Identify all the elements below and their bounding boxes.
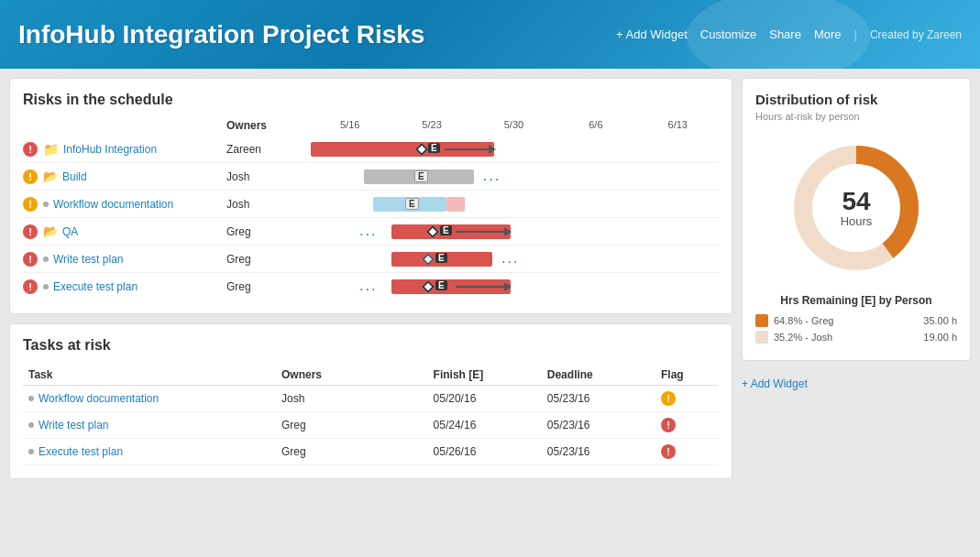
task-name-workflow-doc: Workflow documentation (23, 386, 276, 412)
gantt-bar-execute-test: ··· E (309, 278, 719, 296)
bar-qa-arrow (456, 231, 506, 233)
legend-item-josh: 35.2% - Josh 19.00 h (755, 331, 957, 344)
page-title: InfoHub Integration Project Risks (18, 20, 424, 49)
risk-icon-qa: ! (23, 224, 38, 239)
customize-button[interactable]: Customize (700, 27, 756, 41)
task-flag-3: ! (655, 439, 719, 465)
execute-test-plan-link[interactable]: Execute test plan (53, 280, 138, 293)
gantt-owner-execute-test: Greg (226, 280, 309, 293)
gantt-owner-infohub: Zareen (226, 143, 309, 156)
execute-test-plan-task-link[interactable]: Execute test plan (39, 445, 123, 458)
created-by-label: Created by Zareen (870, 28, 962, 41)
gantt-task-name-build: 📂 Build (43, 169, 226, 183)
tasks-table: Task Owners Finish [E] Deadline Flag Wor… (23, 365, 719, 465)
gantt-name-header (43, 119, 226, 132)
tasks-table-header: Task Owners Finish [E] Deadline Flag (23, 365, 719, 386)
bar-build-dots: ··· (483, 171, 501, 188)
folder-icon-infohub: 📁 (43, 142, 59, 157)
task-owner-2: Greg (276, 412, 428, 439)
bar-execute-test-arrow (456, 286, 506, 288)
legend-label-josh: 35.2% - Josh (774, 332, 832, 343)
gantt-bar-workflow: E (309, 195, 719, 213)
gantt-bar-write-test: E ··· (309, 250, 719, 268)
task-owner-3: Greg (276, 439, 428, 465)
gantt-row-infohub: ! 📁 InfoHub Integration Zareen E (23, 136, 719, 163)
subtask-dot-write-test (43, 257, 49, 262)
bar-write-test-label: E (435, 253, 447, 263)
legend-value-greg: 35.00 h (923, 315, 957, 326)
share-button[interactable]: Share (769, 27, 801, 41)
gantt-task-name-infohub: 📁 InfoHub Integration (43, 142, 226, 157)
page-header: InfoHub Integration Project Risks + Add … (0, 0, 980, 69)
qa-link[interactable]: QA (62, 225, 78, 238)
dist-subtitle: Hours at-risk by person (755, 111, 957, 122)
risk-icon-write-test: ! (23, 252, 38, 267)
risk-icon-execute-test: ! (23, 279, 38, 294)
legend-title: Hrs Remaining [E] by Person (755, 294, 957, 307)
workflow-doc-link[interactable]: Workflow documentation (53, 198, 173, 211)
donut-center: 54 Hours (841, 189, 873, 228)
donut-unit: Hours (841, 214, 873, 228)
risk-icon-build: ! (23, 169, 38, 184)
col-deadline: Deadline (542, 365, 655, 386)
write-test-plan-task-link[interactable]: Write test plan (39, 419, 108, 431)
folder-icon-qa: 📂 (43, 224, 58, 238)
bar-infohub-arrow (445, 148, 490, 150)
gantt-row-build: ! 📂 Build Josh E ··· (23, 163, 719, 191)
subtask-dot-workflow (43, 202, 49, 207)
bar-qa-label: E (440, 225, 452, 235)
schedule-widget-title: Risks in the schedule (23, 92, 719, 108)
schedule-widget: Risks in the schedule Owners 5/16 5/23 5… (9, 78, 732, 314)
task-flag-1: ! (655, 386, 719, 412)
table-row: Workflow documentation Josh 05/20/16 05/… (23, 386, 719, 412)
add-widget-header-button[interactable]: + Add Widget (616, 27, 688, 41)
task-dot-2 (28, 422, 34, 428)
gantt-bar-build: E ··· (309, 168, 719, 186)
gantt-bar-infohub: E (309, 140, 719, 158)
col-flag: Flag (655, 365, 719, 386)
subtask-dot-execute-test (43, 284, 49, 289)
bar-execute-test-label: E (435, 280, 447, 290)
tasks-widget: Tasks at risk Task Owners Finish [E] Dea… (9, 323, 732, 479)
gantt-task-name-write-test: Write test plan (43, 253, 226, 266)
bar-build-label: E (414, 170, 428, 182)
dist-title: Distribution of risk (755, 92, 957, 107)
add-widget-right-button[interactable]: + Add Widget (742, 377, 971, 390)
legend-label-greg: 64.8% - Greg (774, 315, 833, 326)
infohub-link[interactable]: InfoHub Integration (63, 143, 157, 156)
write-test-plan-link[interactable]: Write test plan (53, 253, 123, 266)
gantt-row-workflow-doc: ! Workflow documentation Josh E (23, 191, 719, 218)
bar-infohub-label: E (428, 143, 440, 153)
bar-workflow-label: E (405, 198, 419, 210)
donut-chart: 54 Hours (755, 135, 957, 281)
bar-qa-arrowhead (504, 227, 512, 236)
gantt-bar-qa: ··· E (309, 223, 719, 241)
date-516: 5/16 (323, 119, 378, 132)
date-613: 6/13 (650, 119, 705, 132)
col-finish-e: Finish [E] (428, 365, 542, 386)
date-523: 5/23 (404, 119, 459, 132)
gantt-row-write-test: ! Write test plan Greg E ··· (23, 246, 719, 273)
task-flag-2: ! (655, 412, 719, 439)
flag-icon-1: ! (661, 391, 676, 406)
build-link[interactable]: Build (62, 170, 87, 183)
date-530: 5/30 (486, 119, 541, 132)
task-name-execute-test: Execute test plan (23, 439, 276, 465)
more-button[interactable]: More (814, 27, 842, 41)
risk-icon-infohub: ! (23, 142, 38, 157)
donut-value: 54 (841, 189, 873, 214)
task-deadline-2: 05/23/16 (542, 412, 655, 439)
main-content: Risks in the schedule Owners 5/16 5/23 5… (0, 69, 980, 557)
legend-swatch-greg (755, 314, 768, 327)
gantt-row-execute-test: ! Execute test plan Greg ··· E (23, 273, 719, 300)
gantt-task-name-workflow: Workflow documentation (43, 198, 226, 211)
table-row: Execute test plan Greg 05/26/16 05/23/16… (23, 439, 719, 465)
flag-icon-3: ! (661, 444, 676, 459)
gantt-dates-header: 5/16 5/23 5/30 6/6 6/13 (309, 119, 719, 132)
task-deadline-1: 05/23/16 (542, 386, 655, 412)
task-dot-3 (28, 449, 34, 454)
gantt-owner-header: Owners (226, 119, 309, 132)
workflow-doc-task-link[interactable]: Workflow documentation (39, 392, 159, 405)
distribution-widget: Distribution of risk Hours at-risk by pe… (742, 78, 971, 361)
col-task: Task (23, 365, 276, 386)
